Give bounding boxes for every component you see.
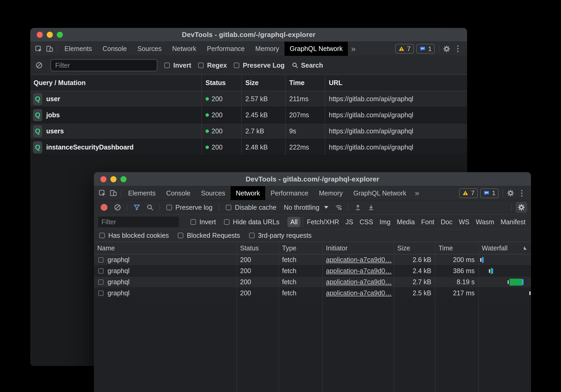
column-header[interactable]: Status	[237, 242, 279, 254]
zoom-window-button[interactable]	[120, 176, 127, 182]
devtools-tab[interactable]: Memory	[250, 42, 284, 56]
toolbar-checkbox-group[interactable]: Invert	[164, 62, 191, 69]
column-header[interactable]: Time	[435, 242, 478, 254]
search-icon[interactable]	[144, 204, 156, 211]
initiator-link[interactable]: application-a7ca9d0…	[326, 256, 392, 264]
back-titlebar[interactable]: DevTools - gitlab.com/-/graphql-explorer	[30, 28, 467, 42]
options-checkbox-group[interactable]: Has blocked cookies	[99, 232, 169, 239]
inspect-element-icon[interactable]	[97, 186, 108, 200]
network-table-header[interactable]: Name Status Type Initiator Size Time Wat…	[94, 242, 531, 254]
console-messages-badge[interactable]: 1	[416, 44, 435, 54]
devtools-tab[interactable]: GraphQL Network	[284, 42, 348, 56]
checkbox[interactable]	[234, 63, 239, 68]
resource-type-chip[interactable]: Media	[394, 217, 418, 227]
toolbar-checkbox-group[interactable]: Preserve Log	[234, 62, 284, 69]
device-toolbar-icon[interactable]	[44, 42, 55, 56]
column-header[interactable]: Initiator	[322, 242, 394, 254]
devtools-tab[interactable]: Elements	[59, 42, 97, 56]
checkbox[interactable]	[190, 219, 196, 225]
options-checkbox-group[interactable]: 3rd-party requests	[249, 232, 312, 239]
row-checkbox[interactable]	[98, 257, 104, 263]
network-request-row[interactable]: graphql 200 fetch application-a7ca9d0… 2…	[94, 277, 531, 288]
row-checkbox[interactable]	[98, 279, 104, 285]
checkbox[interactable]	[99, 233, 105, 238]
resource-type-chip[interactable]: Font	[418, 217, 437, 227]
console-messages-badge[interactable]: 1	[480, 188, 499, 198]
checkbox[interactable]	[249, 233, 255, 238]
row-checkbox[interactable]	[98, 268, 104, 274]
inspect-element-icon[interactable]	[33, 42, 44, 56]
devtools-tab[interactable]: Sources	[132, 42, 167, 56]
devtools-tab[interactable]: Memory	[314, 186, 348, 200]
resource-type-chip[interactable]: Fetch/XHR	[303, 217, 342, 227]
minimize-window-button[interactable]	[110, 176, 116, 182]
graphql-request-row[interactable]: Q user 200 2.57 kB 211ms https://gitlab.…	[30, 91, 467, 107]
checkbox[interactable]	[226, 205, 231, 210]
invert-checkbox-group[interactable]: Invert	[190, 218, 216, 226]
device-toolbar-icon[interactable]	[108, 186, 119, 200]
clear-block-icon[interactable]	[35, 62, 44, 69]
graphql-request-row[interactable]: Q instanceSecurityDashboard 200 2.48 kB …	[30, 139, 467, 156]
preserve-log-checkbox-group[interactable]: Preserve log	[166, 204, 212, 211]
network-settings-gear-button[interactable]	[516, 202, 527, 213]
devtools-tab[interactable]: Network	[231, 186, 265, 200]
issues-warning-badge[interactable]: 7	[395, 44, 414, 54]
close-window-button[interactable]	[37, 32, 43, 38]
devtools-tab[interactable]: GraphQL Network	[348, 186, 412, 200]
resource-type-chip[interactable]: CSS	[356, 217, 376, 227]
devtools-tab[interactable]: Performance	[265, 186, 314, 200]
graphql-table-header[interactable]: Query / Mutation Status Size Time URL	[30, 74, 467, 91]
kebab-menu-icon[interactable]	[516, 186, 527, 200]
column-header[interactable]: Query / Mutation	[30, 75, 202, 91]
devtools-tab[interactable]: Elements	[123, 186, 161, 200]
row-checkbox[interactable]	[98, 291, 104, 296]
devtools-tab[interactable]: Performance	[202, 42, 250, 56]
network-request-row[interactable]: graphql 200 fetch application-a7ca9d0… 2…	[94, 254, 531, 265]
initiator-link[interactable]: application-a7ca9d0…	[326, 267, 392, 275]
column-header[interactable]: Waterfall	[478, 242, 531, 254]
graphql-request-row[interactable]: Q jobs 200 2.45 kB 207ms https://gitlab.…	[30, 107, 467, 123]
issues-warning-badge[interactable]: 7	[459, 188, 478, 198]
resource-type-chip[interactable]: Other	[529, 217, 531, 227]
record-network-log-button[interactable]	[101, 204, 107, 211]
resource-type-chip[interactable]: Wasm	[473, 217, 497, 227]
column-header[interactable]: URL	[325, 75, 467, 91]
network-conditions-icon[interactable]	[333, 204, 344, 211]
zoom-window-button[interactable]	[57, 32, 63, 38]
network-filter-input[interactable]	[98, 217, 179, 227]
filter-input[interactable]	[50, 59, 157, 71]
resource-type-chip[interactable]: JS	[342, 217, 356, 227]
clear-network-log-icon[interactable]	[112, 204, 123, 211]
kebab-menu-icon[interactable]	[452, 42, 463, 56]
resource-type-chip[interactable]: WS	[456, 217, 473, 227]
hide-data-urls-checkbox-group[interactable]: Hide data URLs	[224, 218, 279, 226]
minimize-window-button[interactable]	[47, 32, 53, 38]
search-button[interactable]: Search	[292, 62, 323, 69]
network-request-row[interactable]: graphql 200 fetch application-a7ca9d0… 2…	[94, 265, 531, 277]
column-header[interactable]: Time	[285, 75, 325, 91]
sort-ascending-icon[interactable]	[524, 246, 527, 250]
checkbox[interactable]	[166, 205, 172, 210]
devtools-tab[interactable]: Console	[161, 186, 196, 200]
resource-type-chip[interactable]: Manifest	[497, 217, 529, 227]
more-tabs-button[interactable]: »	[412, 186, 422, 200]
column-header[interactable]: Name	[94, 242, 237, 254]
column-header[interactable]: Size	[394, 242, 435, 254]
checkbox[interactable]	[178, 233, 183, 238]
resource-type-chip[interactable]: Img	[376, 217, 394, 227]
initiator-link[interactable]: application-a7ca9d0…	[326, 289, 392, 297]
more-tabs-button[interactable]: »	[348, 42, 359, 56]
checkbox[interactable]	[164, 63, 170, 68]
settings-gear-icon[interactable]	[505, 186, 516, 200]
settings-gear-icon[interactable]	[441, 42, 452, 56]
disable-cache-checkbox-group[interactable]: Disable cache	[226, 204, 276, 211]
devtools-tab[interactable]: Console	[97, 42, 132, 56]
front-titlebar[interactable]: DevTools - gitlab.com/-/graphql-explorer	[94, 172, 531, 186]
checkbox[interactable]	[224, 219, 230, 225]
export-har-icon[interactable]	[366, 204, 377, 211]
network-request-row[interactable]: graphql 200 fetch application-a7ca9d0… 2…	[94, 288, 531, 299]
close-window-button[interactable]	[100, 176, 106, 182]
throttling-dropdown[interactable]: No throttling	[284, 204, 328, 211]
options-checkbox-group[interactable]: Blocked Requests	[178, 232, 240, 239]
graphql-request-row[interactable]: Q users 200 2.7 kB 9s https://gitlab.com…	[30, 123, 467, 139]
